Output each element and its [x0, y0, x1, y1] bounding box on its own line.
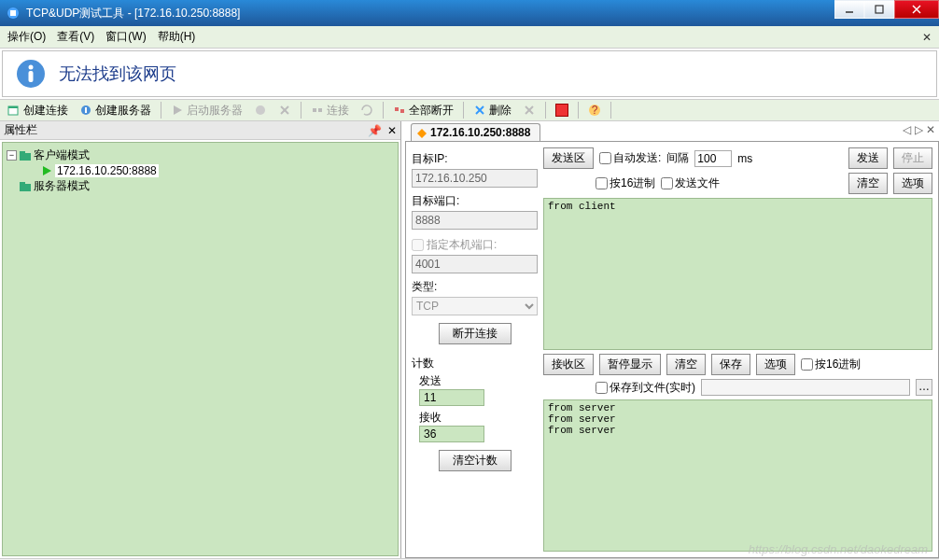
play-icon: [40, 164, 53, 177]
pin-icon[interactable]: 📌: [368, 124, 382, 137]
svg-rect-31: [20, 182, 25, 185]
type-label: 类型:: [412, 279, 538, 295]
send-header: 发送区 自动发送: 间隔 ms 发送 停止: [543, 147, 932, 169]
target-ip-label: 目标IP:: [412, 151, 538, 167]
recv-options-button[interactable]: 选项: [756, 354, 795, 375]
browse-button[interactable]: …: [916, 379, 932, 396]
svg-rect-17: [313, 108, 316, 112]
svg-rect-8: [29, 71, 34, 82]
close-button[interactable]: [894, 0, 939, 19]
server-mode-node[interactable]: 服务器模式: [34, 178, 90, 194]
menu-bar: 操作(O) 查看(V) 窗口(W) 帮助(H) ✕: [0, 26, 939, 49]
svg-rect-3: [876, 6, 883, 13]
connect-button[interactable]: 连接: [307, 102, 353, 119]
send-area-label: 发送区: [543, 147, 594, 169]
maximize-button[interactable]: [864, 0, 894, 19]
svg-marker-29: [43, 166, 51, 175]
title-bar: TCP&UDP测试工具 - [172.16.10.250:8888]: [0, 0, 939, 26]
connection-node[interactable]: 172.16.10.250:8888: [55, 164, 159, 177]
svg-point-7: [29, 65, 34, 70]
tab-row: 172.16.10.250:8888 ◁ ▷ ✕: [405, 121, 939, 142]
target-port-label: 目标端口:: [412, 193, 538, 209]
menu-close-icon[interactable]: ✕: [922, 31, 932, 44]
toolbar: 创建连接 创建服务器 启动服务器 连接 全部断开 删除 ?: [0, 99, 939, 121]
recv-count-label: 接收: [419, 410, 538, 426]
toolbar-record-icon[interactable]: [552, 103, 572, 118]
save-path-input[interactable]: [701, 379, 910, 396]
toolbar-stop-icon[interactable]: [250, 103, 271, 118]
menu-view[interactable]: 查看(V): [57, 29, 94, 45]
send-button[interactable]: 发送: [848, 147, 888, 169]
target-ip-input[interactable]: [412, 169, 538, 188]
info-banner: 无法找到该网页: [2, 50, 937, 97]
connection-tree[interactable]: − 客户端模式 172.16.10.250:8888 服务器模式: [2, 142, 399, 556]
start-server-button[interactable]: 启动服务器: [167, 102, 246, 119]
svg-rect-28: [20, 151, 25, 154]
svg-rect-12: [85, 107, 87, 113]
local-port-checkbox: [412, 239, 424, 251]
panel-close-icon[interactable]: ✕: [387, 124, 397, 137]
disconnect-button[interactable]: 断开连接: [439, 323, 512, 344]
send-hex-checkbox[interactable]: [596, 177, 608, 189]
svg-point-14: [256, 105, 265, 115]
stop-button: 停止: [893, 147, 932, 169]
minimize-button[interactable]: [834, 0, 864, 19]
recv-clear-button[interactable]: 清空: [666, 354, 706, 375]
watermark: https://blog.csdn.net/daokedream: [749, 542, 928, 556]
tab-status-icon: [417, 128, 427, 137]
recv-hex-checkbox[interactable]: [801, 358, 813, 371]
svg-rect-1: [10, 10, 16, 16]
send-count-label: 发送: [419, 374, 441, 387]
properties-panel: 属性栏 📌 ✕ − 客户端模式 172.16.10.250:8888 服务器模式: [0, 121, 401, 558]
auto-send-checkbox[interactable]: [599, 152, 611, 164]
connection-form: 目标IP: 目标端口: 指定本机端口: 类型: TCP 断开连接 计数 发送 1…: [412, 147, 538, 552]
type-select: TCP: [412, 297, 538, 315]
toolbar-delete-server-icon[interactable]: [274, 103, 295, 118]
disconnect-all-button[interactable]: 全部断开: [389, 102, 457, 119]
properties-panel-title: 属性栏: [4, 122, 37, 138]
connection-tab[interactable]: 172.16.10.250:8888: [411, 123, 540, 141]
save-to-file-checkbox[interactable]: [596, 382, 608, 394]
svg-rect-27: [20, 153, 31, 161]
clear-stats-button[interactable]: 清空计数: [439, 450, 512, 471]
window-title: TCP&UDP测试工具 - [172.16.10.250:8888]: [26, 6, 834, 21]
send-options-button[interactable]: 选项: [893, 173, 932, 194]
create-connection-button[interactable]: 创建连接: [4, 102, 72, 119]
target-port-input[interactable]: [412, 211, 538, 230]
toolbar-delete-disabled-icon[interactable]: [519, 103, 540, 118]
delete-button[interactable]: 删除: [470, 102, 515, 119]
svg-rect-19: [395, 107, 399, 111]
send-count: 11: [419, 389, 484, 406]
recv-count: 36: [419, 426, 484, 442]
toolbar-help-icon[interactable]: ?: [584, 103, 605, 118]
stats-label: 计数: [412, 356, 538, 371]
tree-collapse-icon[interactable]: −: [7, 150, 17, 161]
send-file-checkbox[interactable]: [661, 177, 673, 189]
recv-save-button[interactable]: 保存: [711, 354, 750, 375]
client-mode-node[interactable]: 客户端模式: [34, 147, 90, 163]
folder-icon: [19, 149, 32, 162]
svg-marker-13: [174, 105, 182, 115]
svg-rect-20: [400, 109, 404, 113]
send-textarea[interactable]: from client: [543, 198, 932, 350]
app-icon: [6, 6, 21, 21]
svg-rect-10: [8, 106, 18, 108]
folder-icon: [19, 180, 32, 193]
interval-input[interactable]: [694, 150, 732, 167]
pause-display-button[interactable]: 暂停显示: [599, 354, 661, 375]
info-icon: [16, 59, 46, 89]
menu-window[interactable]: 窗口(W): [105, 29, 146, 45]
svg-marker-32: [417, 129, 427, 138]
local-port-input: [412, 255, 538, 273]
recv-area-label: 接收区: [543, 354, 594, 375]
menu-help[interactable]: 帮助(H): [158, 29, 196, 45]
toolbar-reconnect-icon[interactable]: [357, 103, 377, 118]
recv-textarea[interactable]: from server from server from server: [543, 399, 932, 552]
create-server-button[interactable]: 创建服务器: [76, 102, 155, 119]
menu-operate[interactable]: 操作(O): [7, 29, 46, 45]
recv-header: 接收区 暂停显示 清空 保存 选项 按16进制: [543, 354, 932, 375]
svg-text:?: ?: [592, 104, 598, 117]
svg-rect-30: [20, 184, 31, 191]
tab-nav[interactable]: ◁ ▷ ✕: [903, 123, 935, 136]
send-clear-button[interactable]: 清空: [848, 173, 888, 194]
